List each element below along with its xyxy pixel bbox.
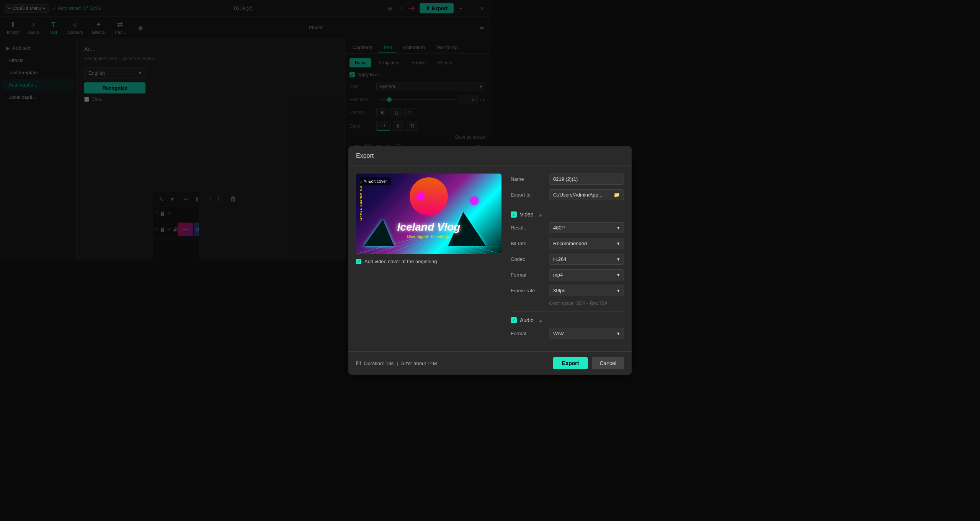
- modal-body: VLOG WINTER TRAVEL: [348, 166, 490, 260]
- add-cover-checkbox[interactable]: ✓: [356, 259, 361, 261]
- modal-header: Export: [348, 146, 490, 166]
- preview-image: VLOG WINTER TRAVEL: [356, 174, 490, 254]
- svg-line-9: [429, 242, 440, 254]
- sun-decoration: [410, 177, 448, 216]
- svg-line-3: [402, 241, 429, 254]
- svg-line-4: [417, 242, 429, 254]
- add-cover-row: ✓ Add video cover at the beginning: [356, 259, 490, 260]
- modal-preview: VLOG WINTER TRAVEL: [356, 174, 490, 260]
- side-text: VLOG WINTER TRAVEL: [359, 181, 363, 223]
- export-modal: Export VLOG WINTER TRAVEL: [348, 146, 490, 260]
- preview-title-sub: Blue lagoon & icebergs: [356, 234, 490, 239]
- preview-title-block: Iceland Vlog Blue lagoon & icebergs: [356, 221, 490, 239]
- modal-overlay: Export VLOG WINTER TRAVEL: [0, 0, 490, 260]
- edit-cover-button[interactable]: ✎ Edit cover: [360, 177, 391, 185]
- neon-dot-1: [417, 193, 424, 200]
- neon-dot-2: [470, 197, 479, 205]
- preview-title-main: Iceland Vlog: [356, 221, 490, 233]
